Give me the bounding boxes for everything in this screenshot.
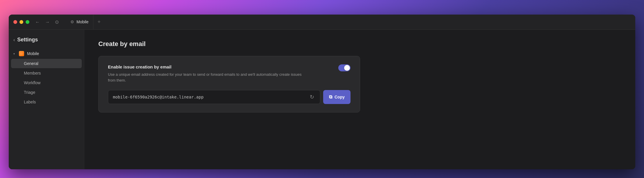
chevron-down-icon: ▾ — [13, 52, 15, 55]
card-header: Enable issue creation by email Use a uni… — [108, 64, 351, 83]
main-window: ← → ⊙ ⚙ Mobile + ‹ Settings ▾ □ — [9, 15, 635, 169]
tab-add-button[interactable]: + — [93, 19, 105, 25]
tab-label: Mobile — [77, 20, 88, 24]
settings-card: Enable issue creation by email Use a uni… — [98, 56, 360, 112]
sidebar: ‹ Settings ▾ □ Mobile General Members — [9, 30, 84, 169]
main-content: Create by email Enable issue creation by… — [84, 30, 635, 169]
team-label: Mobile — [27, 51, 39, 56]
sidebar-item-labels[interactable]: Labels — [11, 97, 82, 107]
tab-bar: ⚙ Mobile + — [66, 15, 631, 30]
nav-buttons: ← → ⊙ — [34, 18, 60, 26]
email-row: mobile-6f6590a2926c@intake.linear.app ↻ … — [108, 90, 351, 104]
refresh-email-button[interactable]: ↻ — [309, 93, 315, 101]
sidebar-team-section: ▾ □ Mobile General Members Workflow Tria… — [9, 47, 84, 108]
forward-nav-button[interactable]: → — [44, 18, 51, 26]
team-icon: □ — [19, 51, 24, 56]
sidebar-item-workflow-label: Workflow — [24, 80, 40, 85]
gear-icon: ⚙ — [70, 20, 74, 24]
team-icon-glyph: □ — [21, 52, 22, 55]
sidebar-item-general-label: General — [24, 61, 38, 66]
sidebar-item-general[interactable]: General — [11, 59, 82, 68]
card-text: Enable issue creation by email Use a uni… — [108, 64, 331, 83]
minimize-button[interactable] — [19, 20, 23, 24]
history-nav-button[interactable]: ⊙ — [54, 18, 60, 26]
content-area: ‹ Settings ▾ □ Mobile General Members — [9, 30, 635, 169]
toggle-container — [338, 64, 351, 71]
sidebar-item-triage-label: Triage — [24, 90, 35, 95]
toggle-knob — [344, 65, 350, 71]
back-arrow-icon[interactable]: ‹ — [13, 37, 15, 43]
page-title: Create by email — [98, 40, 621, 48]
titlebar: ← → ⊙ ⚙ Mobile + — [9, 15, 635, 30]
sidebar-item-labels-label: Labels — [24, 100, 36, 104]
traffic-lights — [13, 20, 29, 24]
sidebar-item-members-label: Members — [24, 71, 41, 75]
email-input-container: mobile-6f6590a2926c@intake.linear.app ↻ — [108, 90, 320, 104]
sidebar-item-workflow[interactable]: Workflow — [11, 78, 82, 87]
email-address-value: mobile-6f6590a2926c@intake.linear.app — [113, 95, 309, 99]
copy-button[interactable]: ⧉ Copy — [323, 90, 351, 104]
sidebar-item-members[interactable]: Members — [11, 68, 82, 78]
tab-mobile[interactable]: ⚙ Mobile — [66, 15, 93, 29]
close-button[interactable] — [13, 20, 17, 24]
settings-back: ‹ Settings — [9, 34, 84, 47]
back-nav-button[interactable]: ← — [34, 18, 41, 26]
sidebar-title: Settings — [17, 37, 38, 43]
card-title: Enable issue creation by email — [108, 64, 331, 69]
sidebar-team-item[interactable]: ▾ □ Mobile — [9, 49, 84, 59]
copy-icon: ⧉ — [329, 94, 332, 100]
copy-button-label: Copy — [335, 95, 345, 99]
email-creation-toggle[interactable] — [338, 64, 351, 71]
maximize-button[interactable] — [26, 20, 29, 24]
card-description: Use a unique email address created for y… — [108, 72, 306, 83]
sidebar-item-triage[interactable]: Triage — [11, 88, 82, 97]
